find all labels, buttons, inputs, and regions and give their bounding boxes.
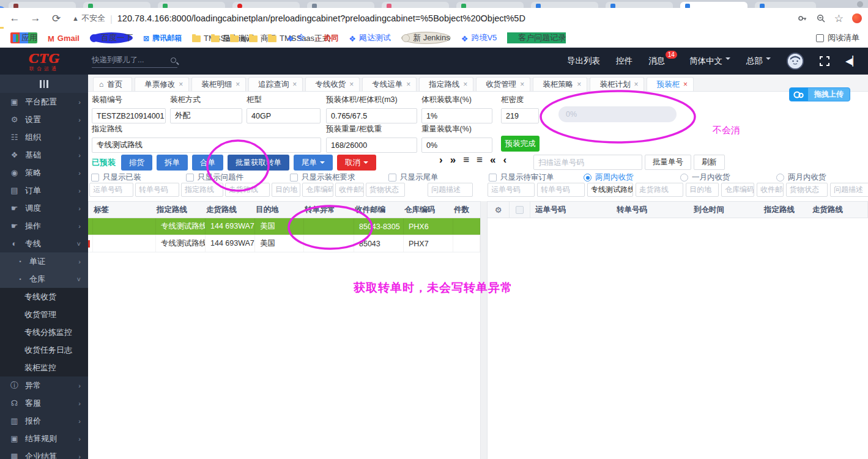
workspace-tab[interactable]: 单票修改 × (135, 77, 189, 91)
sidebar-leaf-item[interactable]: 专线收货 (0, 288, 88, 306)
browser-tab-partial[interactable] (531, 2, 598, 8)
column-header[interactable]: 运单号码 (535, 205, 617, 215)
netdisk-upload-overlay[interactable]: 拖拽上传 (789, 87, 850, 101)
receive-window-radio[interactable]: 两月内收货 (776, 172, 826, 183)
sidebar-item[interactable]: ◉ 策略 › (0, 164, 88, 182)
sidebar-item[interactable]: ☷ 组织 › (0, 128, 88, 146)
bookmark-item[interactable]: ⊠ 腾讯邮箱 (143, 33, 182, 43)
workspace-tab[interactable]: 装柜明细 × (191, 77, 246, 91)
export-list-button[interactable]: 导出列表 (567, 56, 600, 67)
org-dropdown[interactable]: 总部 (746, 56, 771, 67)
transfer-icon[interactable]: ≡ (463, 155, 469, 165)
close-icon[interactable]: × (349, 80, 354, 89)
bookmark-item[interactable]: 商桥 (249, 35, 258, 42)
sidebar-item[interactable]: ⓘ 异常 › (0, 376, 88, 394)
field-input[interactable]: TESTZB210914001 (92, 108, 166, 123)
table-row[interactable]: 专线测试路线 144 693WA7 红 美国 85043 PHX7 (88, 235, 480, 252)
toolbar-button[interactable]: 批量获取转单 (228, 155, 289, 171)
toolbar-button[interactable]: 尾单 (294, 155, 333, 171)
filter-input[interactable]: 问题描述 (830, 183, 868, 197)
filter-input[interactable]: 运单号码 (89, 183, 133, 197)
column-header[interactable]: 指定路线 (157, 205, 206, 215)
filter-input[interactable]: 目的地 (272, 183, 300, 197)
column-header[interactable]: 走货路线 (206, 205, 256, 215)
field-input[interactable]: 专线测试路线 (92, 138, 321, 153)
workspace-tab[interactable]: 专线收货 × (305, 77, 360, 91)
transfer-icon[interactable]: « (490, 155, 495, 165)
refresh-button[interactable]: 刷新 (694, 155, 725, 170)
browser-tab-partial[interactable] (232, 2, 300, 8)
sidebar-subitem[interactable]: • 单证 › (0, 252, 88, 270)
batch-numbers-button[interactable]: 批量单号 (645, 155, 691, 170)
bookmark-item[interactable]: 百度一下 (90, 32, 133, 43)
sidebar-item[interactable]: ▣ 平台配置 › (0, 93, 88, 111)
toolbar-button[interactable]: 取消 (337, 155, 376, 171)
field-input[interactable]: 0% (421, 138, 492, 153)
sidebar-leaf-item[interactable]: 装柜监控 (0, 359, 88, 376)
filter-input[interactable]: 目的地 (686, 183, 719, 197)
back-icon[interactable]: ← (9, 12, 21, 24)
sidebar-item[interactable]: ❖ 基础 › (0, 146, 88, 164)
close-icon[interactable]: × (634, 80, 638, 89)
bookmark-item[interactable]: ∩ 协同 (316, 33, 339, 43)
browser-tab-partial[interactable] (83, 2, 150, 8)
filter-input[interactable]: 收件邮编 (335, 183, 364, 197)
user-avatar[interactable] (787, 53, 804, 70)
sidebar-item[interactable]: ☊ 客服 › (0, 394, 88, 412)
workspace-tab[interactable]: 装柜策略 × (533, 77, 587, 91)
bookmark-item[interactable]: 星空in (211, 35, 220, 42)
browser-tab-partial[interactable] (158, 2, 225, 8)
toolbar-button[interactable]: 拆单 (157, 155, 188, 171)
sidebar-subitem[interactable]: • 仓库 ˅ (0, 270, 88, 288)
panel-scrollbar[interactable] (480, 201, 488, 459)
field-input[interactable]: 40GP (247, 108, 321, 123)
bookmark-item[interactable]: ❖ 飓达测试 (349, 32, 391, 43)
reading-list-button[interactable]: 阅读清单 (816, 32, 859, 43)
workspace-tab[interactable]: 专线运单 × (362, 77, 417, 91)
table-row[interactable]: 专线测试路线 144 693WA7 红 美国 85043-8305 PHX6 (88, 218, 480, 235)
toolbar-button[interactable]: 合单 (192, 155, 223, 171)
browser-tab-partial[interactable] (307, 2, 374, 8)
toolbar-button[interactable]: 排货 (121, 155, 152, 171)
filter-input[interactable]: 转单号码 (135, 183, 179, 197)
field-input[interactable]: 0.765/67.5 (326, 108, 417, 123)
bookmark-item[interactable]: 应用 (10, 32, 37, 43)
browser-tab-partial[interactable] (755, 2, 816, 8)
filter-input[interactable]: 指定路线 (181, 183, 223, 197)
filter-input[interactable]: 走货路线 (636, 183, 683, 197)
bookmark-item[interactable]: 客户问题记录 (507, 32, 566, 43)
forward-icon[interactable]: → (29, 12, 42, 24)
close-icon[interactable]: × (292, 80, 297, 89)
filter-input[interactable]: 转单号码 (537, 183, 585, 197)
field-input[interactable]: 219 (501, 108, 539, 123)
sidebar-item[interactable]: ▤ 订单 › (0, 182, 88, 199)
app-logo[interactable]: CTG 联合运通 (0, 51, 88, 72)
sidebar-item[interactable]: ☛ 调度 › (0, 199, 88, 217)
column-header[interactable]: 转单号码 (617, 205, 694, 215)
close-icon[interactable]: × (577, 80, 581, 89)
transfer-icon[interactable]: ‹ (503, 155, 506, 165)
bookmark-item[interactable]: TMSSaas测试 (192, 35, 201, 42)
bookmark-item[interactable]: ❖ 跨境V5 (461, 32, 497, 43)
sidebar-item[interactable]: ▥ 报价 › (0, 412, 88, 430)
workspace-tab[interactable]: 追踪查询 × (248, 77, 303, 91)
sidebar-toggle[interactable] (0, 75, 88, 93)
filter-input[interactable]: 走货路线 (225, 183, 270, 197)
workspace-tab[interactable]: ⌂ 首页 (93, 77, 132, 91)
sidebar-item[interactable]: ▣ 结算规则 › (0, 430, 88, 447)
transfer-icon[interactable]: ≡ (477, 155, 483, 165)
url-text[interactable]: 120.78.4.166:8000/loadingcabinetplan/pre… (117, 13, 790, 23)
sidebar-leaf-item[interactable]: 专线分拣监控 (0, 323, 88, 341)
bookmark-item[interactable]: svn (230, 35, 239, 42)
column-header[interactable]: 仓库编码 (404, 205, 454, 215)
filter-input[interactable]: 收件邮编 (757, 183, 784, 197)
language-dropdown[interactable]: 简体中文 (689, 56, 730, 67)
close-icon[interactable]: × (406, 80, 410, 89)
close-icon[interactable]: × (179, 80, 183, 89)
sidebar-leaf-item[interactable]: 收货管理 (0, 306, 88, 323)
tracking-search-input[interactable]: 快递到哪儿了... (92, 55, 177, 68)
column-header[interactable]: 标签 (94, 205, 157, 215)
filter-input[interactable]: 仓库编码 (302, 183, 333, 197)
bookmark-item[interactable]: TMSSaas正式 (268, 35, 276, 42)
fullscreen-icon[interactable] (820, 56, 829, 66)
